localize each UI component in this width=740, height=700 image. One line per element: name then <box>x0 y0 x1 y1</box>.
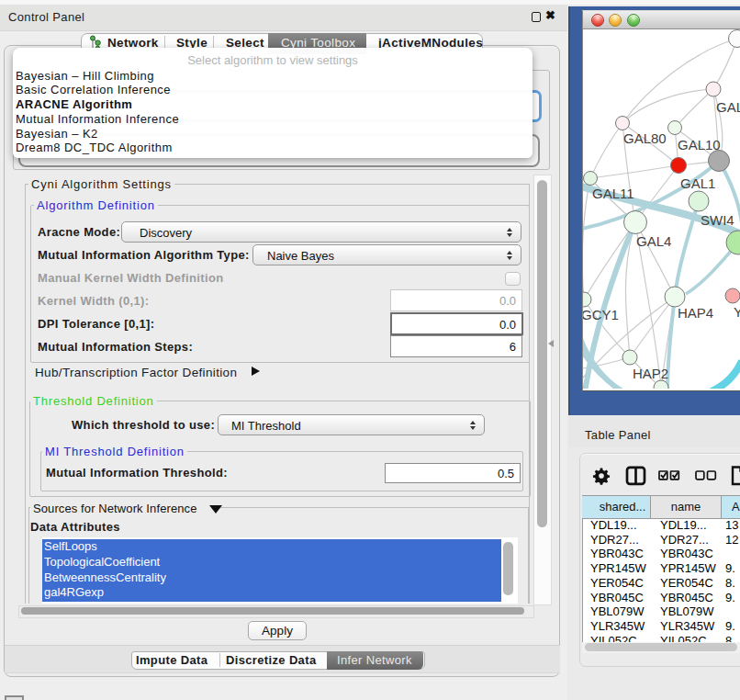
svg-text:GAL11: GAL11 <box>592 186 634 201</box>
svg-text:GAL80: GAL80 <box>623 130 667 146</box>
svg-text:GAL10: GAL10 <box>678 137 721 152</box>
svg-text:HAP4: HAP4 <box>678 305 713 321</box>
svg-text:GAL: GAL <box>716 99 740 115</box>
svg-text:GAL1: GAL1 <box>680 175 715 191</box>
svg-text:GCY1: GCY1 <box>583 307 619 322</box>
svg-text:GAL4: GAL4 <box>636 233 671 249</box>
svg-text:HAP2: HAP2 <box>633 366 668 381</box>
svg-text:Y: Y <box>734 304 740 320</box>
svg-text:SWI4: SWI4 <box>701 212 734 228</box>
